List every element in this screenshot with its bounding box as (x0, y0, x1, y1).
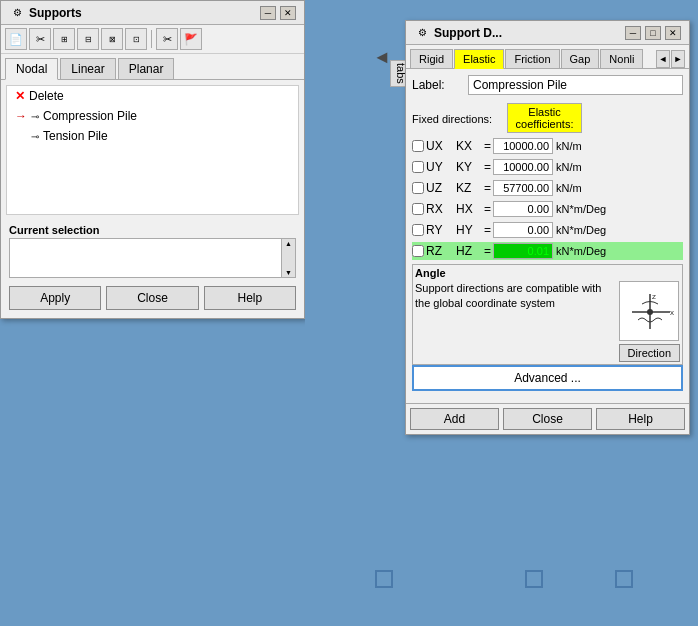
supports-close-btn[interactable]: ✕ (280, 6, 296, 20)
compression-sub-icon: ⊸ (31, 111, 39, 122)
supports-minimize-btn[interactable]: ─ (260, 6, 276, 20)
kz-input[interactable] (493, 180, 553, 196)
current-selection-label: Current selection (1, 220, 304, 238)
sd-close-button[interactable]: Close (503, 408, 592, 430)
supports-titlebar: ⚙ Supports ─ ✕ (1, 1, 304, 25)
uy-label: UY (426, 160, 456, 174)
hz-label: HZ (456, 244, 484, 258)
close-button[interactable]: Close (106, 286, 198, 310)
elastic-coef-header: Elastic coefficients: (507, 103, 582, 133)
uz-checkbox[interactable] (412, 182, 424, 194)
supports-toolbar: 📄 ✂ ⊞ ⊟ ⊠ ⊡ ✂ 🚩 (1, 25, 304, 54)
hy-label: HY (456, 223, 484, 237)
cut-btn[interactable]: ✂ (29, 28, 51, 50)
uz-label: UZ (426, 181, 456, 195)
sd-close-btn[interactable]: ✕ (665, 26, 681, 40)
tree-item-tension-label: Tension Pile (43, 129, 108, 143)
rz-label: RZ (426, 244, 456, 258)
uy-checkbox[interactable] (412, 161, 424, 173)
supports-tree: ✕ Delete → ⊸ Compression Pile ⊸ Tension … (6, 85, 299, 215)
selection-input-area: ▲ ▼ (9, 238, 296, 278)
hz-input[interactable] (493, 243, 553, 259)
angle-diagram: z x (619, 281, 679, 341)
ky-input[interactable] (493, 159, 553, 175)
support-def-footer: Add Close Help (406, 403, 689, 434)
uz-unit: kN/m (556, 182, 601, 194)
back-arrow-icon[interactable]: ◄ (373, 47, 391, 68)
arrow-right-icon: → (15, 109, 27, 123)
hy-input[interactable] (493, 222, 553, 238)
svg-text:x: x (670, 308, 674, 317)
sd-maximize-btn[interactable]: □ (645, 26, 661, 40)
rz-checkbox[interactable] (412, 245, 424, 257)
ry-unit: kN*m/Deg (556, 224, 601, 236)
sd-tab-elastic[interactable]: Elastic (454, 49, 504, 69)
direction-headers: Fixed directions: Elastic coefficients: (412, 103, 683, 135)
tree-item-compression[interactable]: → ⊸ Compression Pile (7, 106, 298, 126)
flag-btn[interactable]: 🚩 (180, 28, 202, 50)
label-field-label: Label: (412, 78, 462, 92)
supports-title: Supports (29, 6, 82, 20)
tension-icon: ⊸ (31, 131, 39, 142)
kx-label: KX (456, 139, 484, 153)
tree-item-delete[interactable]: ✕ Delete (7, 86, 298, 106)
sd-minimize-btn[interactable]: ─ (625, 26, 641, 40)
support-def-titlebar: ⚙ Support D... ─ □ ✕ (406, 21, 689, 45)
support-def-tabs: Rigid Elastic Friction Gap Nonli ◄ ► (406, 45, 689, 69)
dir-row-ry: RY HY = kN*m/Deg (412, 221, 683, 239)
grid-btn4[interactable]: ⊡ (125, 28, 147, 50)
sd-tab-rigid[interactable]: Rigid (410, 49, 453, 68)
supports-window: ⚙ Supports ─ ✕ 📄 ✂ ⊞ ⊟ ⊠ ⊡ ✂ 🚩 Nodal Lin… (0, 0, 305, 319)
apply-button[interactable]: Apply (9, 286, 101, 310)
supports-tabs: Nodal Linear Planar (1, 54, 304, 80)
sd-tab-gap[interactable]: Gap (561, 49, 600, 68)
new-btn[interactable]: 📄 (5, 28, 27, 50)
scissors-btn[interactable]: ✂ (156, 28, 178, 50)
advanced-button[interactable]: Advanced ... (412, 365, 683, 391)
support-def-icon: ⚙ (414, 25, 430, 41)
tree-item-compression-label: Compression Pile (43, 109, 137, 123)
angle-section: Angle Support directions are compatible … (412, 264, 683, 365)
grid-btn3[interactable]: ⊠ (101, 28, 123, 50)
tab-linear[interactable]: Linear (60, 58, 115, 79)
kx-input[interactable] (493, 138, 553, 154)
supports-footer: Apply Close Help (1, 278, 304, 318)
delete-icon: ✕ (15, 89, 25, 103)
scroll-up-icon[interactable]: ▲ (285, 240, 292, 247)
label-input[interactable] (468, 75, 683, 95)
sd-tab-nonli[interactable]: Nonli (600, 49, 643, 68)
dir-row-uz: UZ KZ = kN/m (412, 179, 683, 197)
canvas-rect-1 (375, 570, 393, 588)
sd-help-button[interactable]: Help (596, 408, 685, 430)
hx-input[interactable] (493, 201, 553, 217)
grid-btn1[interactable]: ⊞ (53, 28, 75, 50)
tab-planar[interactable]: Planar (118, 58, 175, 79)
tree-item-delete-label: Delete (29, 89, 64, 103)
sd-tab-next[interactable]: ► (671, 50, 685, 68)
scroll-down-icon[interactable]: ▼ (285, 269, 292, 276)
support-def-window: ⚙ Support D... ─ □ ✕ Rigid Elastic Frict… (405, 20, 690, 435)
direction-button[interactable]: Direction (619, 344, 680, 362)
ux-checkbox[interactable] (412, 140, 424, 152)
rx-checkbox[interactable] (412, 203, 424, 215)
sd-content: Label: Fixed directions: Elastic coeffic… (406, 69, 689, 403)
sd-tab-friction[interactable]: Friction (505, 49, 559, 68)
svg-text:z: z (652, 292, 656, 301)
help-button[interactable]: Help (204, 286, 296, 310)
sd-tab-prev[interactable]: ◄ (656, 50, 670, 68)
angle-label: Angle (415, 267, 680, 279)
ry-checkbox[interactable] (412, 224, 424, 236)
supports-window-icon: ⚙ (9, 5, 25, 21)
grid-btn2[interactable]: ⊟ (77, 28, 99, 50)
uy-unit: kN/m (556, 161, 601, 173)
selection-scrollbar[interactable]: ▲ ▼ (281, 239, 295, 277)
angle-description: Support directions are compatible with t… (415, 281, 615, 362)
add-button[interactable]: Add (410, 408, 499, 430)
tree-item-tension[interactable]: ⊸ Tension Pile (7, 126, 298, 146)
ry-label: RY (426, 223, 456, 237)
kz-label: KZ (456, 181, 484, 195)
ux-unit: kN/m (556, 140, 601, 152)
coordinate-svg: z x (622, 284, 677, 339)
tab-nodal[interactable]: Nodal (5, 58, 58, 80)
label-row: Label: (412, 75, 683, 95)
